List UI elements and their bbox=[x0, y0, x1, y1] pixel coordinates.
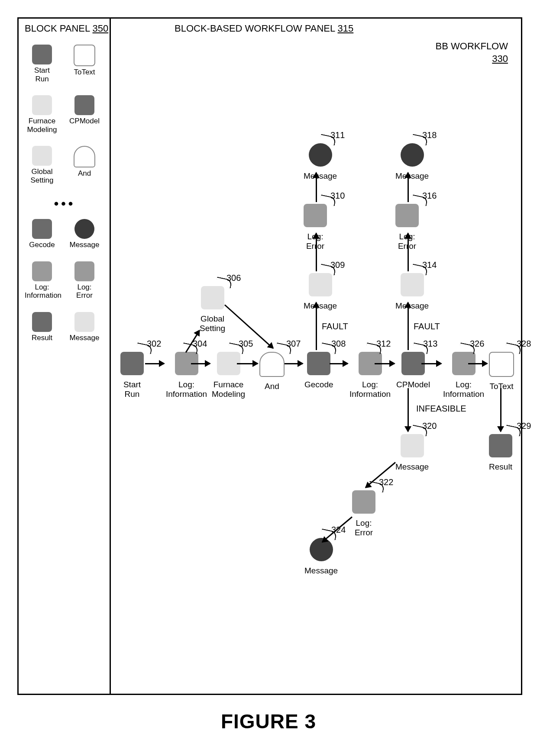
node-log-error-322[interactable]: Log: Error bbox=[352, 490, 375, 537]
furnace-icon bbox=[32, 95, 52, 115]
arrow-314-316 bbox=[408, 233, 409, 271]
result-icon bbox=[489, 434, 512, 457]
message-text-icon bbox=[74, 312, 94, 332]
palette-gecode[interactable]: Gecode bbox=[25, 219, 59, 249]
palette-message-text[interactable]: Message bbox=[67, 312, 102, 342]
node-log-info-312[interactable]: Log: Information bbox=[349, 352, 391, 399]
block-palette: Start Run ToText Furnace Modeling CPMode… bbox=[25, 45, 105, 354]
node-log-error-310[interactable]: Log: Error bbox=[304, 204, 327, 251]
node-gecode[interactable]: Gecode bbox=[304, 352, 333, 389]
arrow-313-320 bbox=[408, 388, 409, 431]
arrow-304-305 bbox=[191, 363, 210, 364]
node-log-error-316[interactable]: Log: Error bbox=[395, 204, 419, 251]
arrow-309-310 bbox=[316, 233, 317, 271]
arrow-313-326 bbox=[421, 363, 441, 364]
global-setting-icon bbox=[32, 146, 52, 166]
node-start-run[interactable]: Start Run bbox=[120, 352, 144, 399]
palette-log-information[interactable]: Log: Information bbox=[25, 261, 59, 300]
arrow-302-304 bbox=[145, 363, 164, 364]
block-panel-title-num: 350 bbox=[93, 23, 109, 34]
node-message-311[interactable]: Message bbox=[304, 143, 337, 181]
and-icon bbox=[74, 146, 95, 167]
bb-workflow-num: 330 bbox=[436, 53, 508, 65]
node-log-info-304[interactable]: Log: Information bbox=[166, 352, 207, 399]
result-icon bbox=[32, 312, 52, 332]
totext-icon bbox=[74, 45, 95, 66]
and-icon bbox=[259, 352, 285, 377]
block-panel: BLOCK PANEL 350 Start Run ToText Furnace… bbox=[19, 19, 111, 694]
node-global-setting[interactable]: Global Setting bbox=[200, 286, 225, 333]
message-text-icon bbox=[401, 434, 424, 457]
arrow-307-308 bbox=[285, 363, 303, 364]
totext-icon bbox=[489, 352, 514, 377]
start-run-icon bbox=[32, 45, 52, 64]
log-error-icon bbox=[352, 490, 375, 514]
bb-workflow-label: BB WORKFLOW 330 bbox=[436, 40, 508, 65]
palette-global-setting[interactable]: Global Setting bbox=[25, 146, 59, 184]
palette-totext[interactable]: ToText bbox=[67, 45, 102, 77]
palette-and[interactable]: And bbox=[67, 146, 102, 178]
edge-fault-313: FAULT bbox=[414, 322, 440, 331]
workflow-panel-title-text: BLOCK-BASED WORKFLOW PANEL bbox=[175, 23, 338, 34]
message-globe-icon bbox=[74, 219, 94, 239]
log-error-icon bbox=[74, 261, 94, 281]
cpmodel-icon bbox=[74, 95, 94, 115]
diagram-frame: BLOCK PANEL 350 Start Run ToText Furnace… bbox=[17, 17, 522, 695]
node-log-info-326[interactable]: Log: Information bbox=[443, 352, 484, 399]
message-globe-icon bbox=[401, 143, 424, 167]
node-message-309[interactable]: Message bbox=[304, 273, 337, 311]
arrow-310-311 bbox=[316, 173, 317, 202]
arrow-313-314 bbox=[408, 302, 409, 350]
node-message-324[interactable]: Message bbox=[304, 538, 338, 576]
block-panel-title-text: BLOCK PANEL bbox=[25, 23, 93, 34]
start-run-icon bbox=[120, 352, 144, 375]
palette-log-error[interactable]: Log: Error bbox=[67, 261, 102, 300]
node-message-314[interactable]: Message bbox=[395, 273, 429, 311]
palette-start-run[interactable]: Start Run bbox=[25, 45, 59, 83]
arrow-316-318 bbox=[408, 173, 409, 202]
global-setting-icon bbox=[201, 286, 224, 309]
node-cpmodel[interactable]: CPModel bbox=[396, 352, 430, 389]
arrow-312-313 bbox=[375, 363, 395, 364]
log-error-icon bbox=[304, 204, 327, 227]
block-panel-title: BLOCK PANEL 350 bbox=[25, 23, 108, 34]
bb-workflow-text: BB WORKFLOW bbox=[436, 40, 508, 53]
edge-fault-308: FAULT bbox=[322, 322, 348, 331]
arrow-308-309 bbox=[316, 302, 317, 350]
node-result[interactable]: Result bbox=[489, 434, 512, 472]
arrow-305-307 bbox=[237, 363, 258, 364]
arrow-328-329 bbox=[500, 388, 501, 431]
workflow-panel-title: BLOCK-BASED WORKFLOW PANEL 315 bbox=[175, 23, 353, 34]
palette-result[interactable]: Result bbox=[25, 312, 59, 342]
log-info-icon bbox=[32, 261, 52, 281]
palette-ellipsis: ••• bbox=[25, 196, 105, 211]
node-and[interactable]: And bbox=[259, 352, 285, 391]
node-message-320[interactable]: Message bbox=[395, 434, 429, 472]
message-text-icon bbox=[309, 273, 332, 296]
message-text-icon bbox=[401, 273, 424, 296]
node-totext[interactable]: ToText bbox=[489, 352, 514, 391]
arrow-326-328 bbox=[468, 363, 487, 364]
palette-cpmodel[interactable]: CPModel bbox=[67, 95, 102, 125]
edge-infeasible: INFEASIBLE bbox=[416, 404, 466, 414]
node-furnace-modeling[interactable]: Furnace Modeling bbox=[212, 352, 245, 399]
node-message-318[interactable]: Message bbox=[395, 143, 429, 181]
workflow-panel-title-num: 315 bbox=[338, 23, 354, 34]
message-globe-icon bbox=[309, 143, 332, 167]
arrow-308-312 bbox=[330, 363, 348, 364]
gecode-icon bbox=[307, 352, 330, 375]
gecode-icon bbox=[32, 219, 52, 239]
figure-caption: FIGURE 3 bbox=[0, 710, 537, 733]
palette-message-globe[interactable]: Message bbox=[67, 219, 102, 249]
log-error-icon bbox=[395, 204, 419, 227]
palette-furnace-modeling[interactable]: Furnace Modeling bbox=[25, 95, 59, 134]
